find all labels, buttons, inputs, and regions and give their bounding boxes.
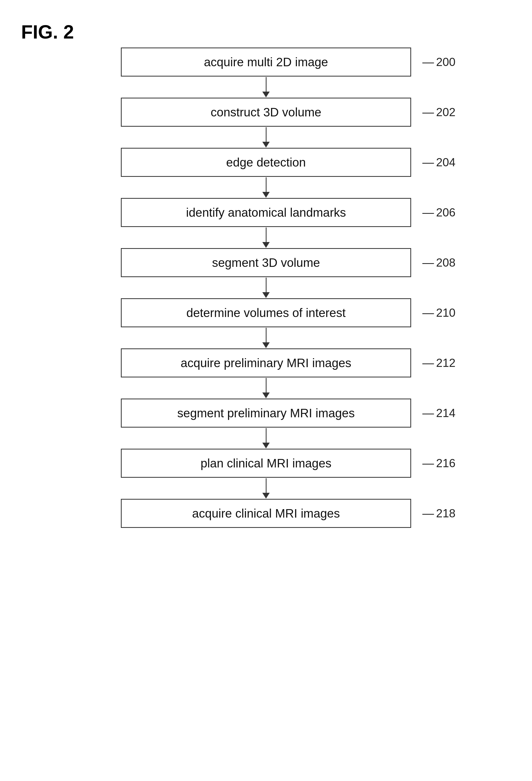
flow-label-210: 210 xyxy=(422,306,455,319)
flow-box-216: plan clinical MRI images xyxy=(121,449,411,478)
arrow-1 xyxy=(16,77,516,98)
flow-text-214: segment preliminary MRI images xyxy=(177,406,355,420)
flow-row-216: plan clinical MRI images 216 xyxy=(16,449,516,478)
flow-text-204: edge detection xyxy=(226,155,306,169)
flow-row-214: segment preliminary MRI images 214 xyxy=(16,399,516,427)
flow-text-218: acquire clinical MRI images xyxy=(192,506,340,521)
flow-row-212: acquire preliminary MRI images 212 xyxy=(16,348,516,377)
flow-box-200: acquire multi 2D image xyxy=(121,47,411,77)
flow-text-216: plan clinical MRI images xyxy=(201,456,331,470)
flow-box-202: construct 3D volume xyxy=(121,98,411,127)
flow-label-200: 200 xyxy=(422,55,455,69)
flow-label-212: 212 xyxy=(422,356,455,370)
flow-box-214: segment preliminary MRI images xyxy=(121,399,411,427)
flow-box-206: identify anatomical landmarks xyxy=(121,198,411,227)
flow-row-218: acquire clinical MRI images 218 xyxy=(16,499,516,528)
flow-text-212: acquire preliminary MRI images xyxy=(181,356,352,370)
flow-row-202: construct 3D volume 202 xyxy=(16,98,516,127)
flow-label-206: 206 xyxy=(422,206,455,219)
flow-box-210: determine volumes of interest xyxy=(121,298,411,327)
flow-box-218: acquire clinical MRI images xyxy=(121,499,411,528)
arrow-2 xyxy=(16,127,516,148)
flow-text-206: identify anatomical landmarks xyxy=(186,205,346,219)
flow-row-210: determine volumes of interest 210 xyxy=(16,298,516,327)
arrow-8 xyxy=(16,427,516,449)
arrow-4 xyxy=(16,227,516,248)
flow-label-202: 202 xyxy=(422,106,455,119)
flow-row-206: identify anatomical landmarks 206 xyxy=(16,198,516,227)
flow-text-200: acquire multi 2D image xyxy=(204,55,328,69)
flow-label-214: 214 xyxy=(422,407,455,420)
arrow-6 xyxy=(16,327,516,348)
flow-text-202: construct 3D volume xyxy=(211,105,321,119)
flow-row-208: segment 3D volume 208 xyxy=(16,248,516,277)
arrow-5 xyxy=(16,277,516,298)
flow-label-216: 216 xyxy=(422,457,455,470)
arrow-3 xyxy=(16,177,516,198)
flowchart: acquire multi 2D image 200 construct 3D … xyxy=(16,32,516,528)
flow-label-204: 204 xyxy=(422,156,455,169)
figure-label: FIG. 2 xyxy=(21,21,74,43)
flow-label-218: 218 xyxy=(422,507,455,520)
arrow-9 xyxy=(16,478,516,499)
arrow-7 xyxy=(16,377,516,399)
flow-text-210: determine volumes of interest xyxy=(186,305,345,320)
flow-box-204: edge detection xyxy=(121,148,411,177)
flow-box-208: segment 3D volume xyxy=(121,248,411,277)
flow-label-208: 208 xyxy=(422,256,455,269)
flow-row-200: acquire multi 2D image 200 xyxy=(16,47,516,77)
flow-text-208: segment 3D volume xyxy=(212,255,320,270)
flow-row-204: edge detection 204 xyxy=(16,148,516,177)
page: FIG. 2 acquire multi 2D image 200 constr… xyxy=(0,0,532,781)
flow-box-212: acquire preliminary MRI images xyxy=(121,348,411,377)
